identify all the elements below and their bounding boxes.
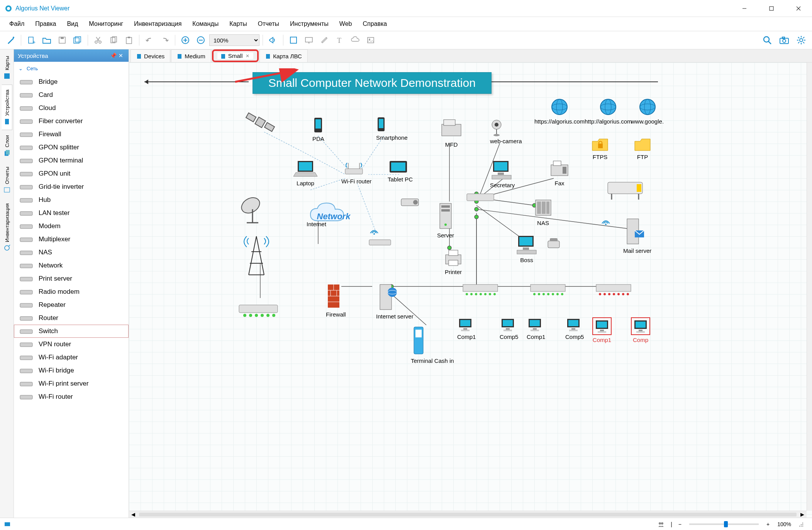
node-link[interactable]: www.google.: [631, 97, 664, 125]
menu-reports[interactable]: Отчеты: [253, 18, 284, 30]
vertical-scrollbar[interactable]: [807, 63, 812, 511]
new-icon[interactable]: +: [24, 33, 38, 47]
node-projector[interactable]: [399, 196, 422, 211]
node-comp1[interactable]: Comp1: [457, 317, 476, 340]
search-icon[interactable]: [760, 33, 774, 47]
vtab-reports[interactable]: Отчеты: [2, 162, 12, 198]
zoom-out-icon[interactable]: [194, 33, 208, 47]
node-switch-b3[interactable]: [594, 283, 633, 298]
node-ftps[interactable]: FTPS: [590, 136, 610, 160]
node-laptop[interactable]: Laptop: [292, 159, 319, 186]
sidebar-body[interactable]: ⌄ Сеть BridgeCardCloudFiber converterFir…: [14, 62, 129, 518]
vtab-inventory[interactable]: Инвентаризация: [2, 198, 12, 256]
fit-icon[interactable]: [286, 33, 300, 47]
close-button[interactable]: [785, 0, 812, 17]
node-link[interactable]: http://algorius.com: [585, 97, 632, 125]
node-secretary[interactable]: Secretary: [490, 159, 515, 188]
zoom-in-icon[interactable]: [178, 33, 192, 47]
sidebar-item-wi-fi-adapter[interactable]: Wi-Fi adapter: [14, 351, 129, 364]
sidebar-item-wi-fi-print-server[interactable]: Wi-Fi print server: [14, 377, 129, 390]
tab-devices[interactable]: Devices: [131, 49, 170, 62]
node-link[interactable]: https://algorius.com: [534, 97, 585, 125]
menu-edit[interactable]: Правка: [31, 18, 61, 30]
sidebar-section-network[interactable]: ⌄ Сеть: [14, 62, 129, 75]
save-icon[interactable]: [55, 33, 69, 47]
sidebar-item-lan-tester[interactable]: LAN tester: [14, 207, 129, 220]
horizontal-scrollbar[interactable]: ◀▶: [129, 511, 807, 518]
node-smartphone[interactable]: Smartphone: [376, 117, 408, 141]
screen-icon[interactable]: [302, 33, 316, 47]
node-comp5[interactable]: Comp5: [500, 317, 518, 340]
menu-maps[interactable]: Карты: [225, 18, 252, 30]
vtab-layers[interactable]: Слои: [2, 130, 12, 162]
sidebar-item-nas[interactable]: NAS: [14, 246, 129, 259]
menu-commands[interactable]: Команды: [188, 18, 223, 30]
canvas[interactable]: Small Computer Network Demonstration: [129, 63, 812, 518]
sidebar-item-multiplexer[interactable]: Multiplexer: [14, 233, 129, 246]
node-dish[interactable]: [237, 194, 268, 226]
undo-icon[interactable]: [142, 33, 156, 47]
vtab-maps[interactable]: Карты: [2, 51, 12, 85]
menu-inventory[interactable]: Инвентаризация: [129, 18, 186, 30]
sidebar-item-grid-tie-inverter[interactable]: Grid-tie inverter: [14, 180, 129, 193]
node-switch-center[interactable]: [465, 192, 496, 205]
node-tower[interactable]: [243, 232, 270, 280]
node-comp[interactable]: Comp: [631, 317, 650, 343]
zoom-select[interactable]: 100%: [209, 34, 259, 46]
wizard-icon[interactable]: [4, 33, 18, 47]
node-web-camera[interactable]: web-camera: [490, 119, 522, 144]
node-boss[interactable]: Boss: [515, 234, 538, 263]
cut-icon[interactable]: [91, 33, 105, 47]
node-switch-b1[interactable]: [461, 283, 500, 298]
megaphone-icon[interactable]: [266, 33, 280, 47]
sidebar-item-wi-fi-router[interactable]: Wi-Fi router: [14, 390, 129, 403]
node-wifi-2[interactable]: [600, 215, 612, 228]
menu-web[interactable]: Web: [335, 18, 357, 30]
node-pda[interactable]: PDA: [312, 117, 324, 142]
vtab-devices[interactable]: Устройства: [2, 85, 12, 130]
node-comp1[interactable]: Comp1: [592, 317, 612, 343]
open-icon[interactable]: [40, 33, 54, 47]
node-internet-server[interactable]: Internet server: [376, 283, 414, 320]
node-internet[interactable]: Internet: [307, 221, 326, 227]
node-comp1[interactable]: Comp1: [527, 317, 545, 340]
paste-icon[interactable]: [122, 33, 136, 47]
tab-close-icon[interactable]: ✕: [245, 53, 250, 59]
sidebar-item-vpn-router[interactable]: VPN router: [14, 338, 129, 351]
camera-icon[interactable]: [777, 33, 791, 47]
node-wi-fi-router[interactable]: Wi-Fi router: [341, 159, 371, 185]
sidebar-item-print-server[interactable]: Print server: [14, 272, 129, 285]
node-fax[interactable]: Fax: [548, 159, 571, 186]
node-firewall[interactable]: Firewall: [326, 283, 346, 318]
copy-icon[interactable]: [107, 33, 120, 47]
sidebar-item-gpon-unit[interactable]: GPON unit: [14, 167, 129, 180]
node-terminal-cash-in[interactable]: Terminal Cash in: [411, 325, 454, 364]
status-users-icon[interactable]: [654, 521, 668, 527]
sidebar-item-gpon-terminal[interactable]: GPON terminal: [14, 154, 129, 167]
node-switch-b2[interactable]: [529, 283, 567, 298]
image-icon[interactable]: [364, 33, 378, 47]
resize-grip-icon[interactable]: [795, 522, 808, 527]
tab-small[interactable]: Small✕: [217, 52, 254, 59]
sidebar-item-modem[interactable]: Modem: [14, 220, 129, 233]
sidebar-item-firewall[interactable]: Firewall: [14, 128, 129, 141]
node-comp5[interactable]: Comp5: [565, 317, 584, 340]
save-all-icon[interactable]: [71, 33, 85, 47]
sidebar-item-card[interactable]: Card: [14, 88, 129, 102]
pin-icon[interactable]: 📌: [109, 52, 117, 59]
sidebar-item-radio-modem[interactable]: Radio modem: [14, 285, 129, 298]
node-modem[interactable]: [368, 238, 392, 248]
cloud-up-icon[interactable]: [348, 33, 362, 47]
menu-file[interactable]: Файл: [5, 18, 29, 30]
sidebar-item-cloud[interactable]: Cloud: [14, 102, 129, 115]
node-server[interactable]: Server: [436, 202, 455, 239]
menu-view[interactable]: Вид: [62, 18, 83, 30]
zoom-minus-button[interactable]: −: [675, 521, 685, 527]
node-plotter[interactable]: [604, 178, 646, 203]
menu-help[interactable]: Справка: [358, 18, 392, 30]
gear-icon[interactable]: [794, 33, 808, 47]
menu-monitoring[interactable]: Мониторинг: [84, 18, 128, 30]
tab-medium[interactable]: Medium: [171, 49, 211, 62]
node-phone[interactable]: [546, 236, 561, 251]
node-mfd[interactable]: MFD: [438, 117, 465, 148]
